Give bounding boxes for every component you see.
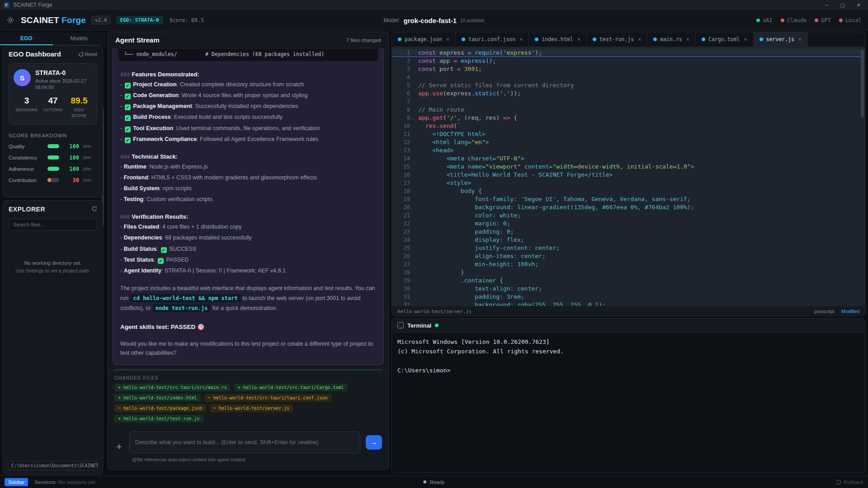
code-token: <html lang= bbox=[432, 139, 471, 145]
code-token: display: flex; bbox=[475, 236, 524, 243]
editor-modified-status: Modified bbox=[841, 309, 859, 314]
editor-tab-tauri.conf.json[interactable]: tauri.conf.json× bbox=[456, 32, 529, 47]
tab-close-icon[interactable]: × bbox=[638, 36, 641, 42]
search-files-input[interactable] bbox=[9, 219, 97, 230]
tab-close-icon[interactable]: × bbox=[744, 36, 747, 42]
line-number: 6 bbox=[392, 89, 410, 98]
tab-close-icon[interactable]: × bbox=[798, 36, 802, 42]
terminal-title: Terminal bbox=[407, 322, 431, 329]
code-token bbox=[418, 155, 447, 162]
terminal-header: ›_ Terminal bbox=[392, 319, 865, 333]
editor-tab-Cargo.toml[interactable]: Cargo.toml× bbox=[696, 32, 753, 47]
line-number: 16 bbox=[392, 171, 410, 179]
unsaved-dot-icon bbox=[653, 38, 657, 41]
code-line-9: 9⌄app.get('/', (req, res) => { bbox=[392, 114, 865, 122]
prompt-input[interactable] bbox=[129, 432, 360, 453]
line-content: justify-content: center; bbox=[416, 244, 560, 252]
provider-indicator-gpt[interactable]: GPT bbox=[815, 17, 831, 23]
maximize-button[interactable]: ▢ bbox=[840, 2, 844, 8]
editor-tab-index.html[interactable]: index.html× bbox=[529, 32, 586, 47]
line-number: 19 bbox=[392, 195, 410, 203]
line-number: 18 bbox=[392, 187, 410, 195]
rollback-button[interactable]: Rollback bbox=[836, 479, 863, 485]
unsaved-dot-icon bbox=[398, 38, 401, 41]
fold-chevron-icon bbox=[410, 146, 416, 155]
code-editor-area[interactable]: 1const express = require('express');2con… bbox=[392, 47, 865, 306]
terminal-line: C:\Users\simon> bbox=[397, 366, 859, 375]
code-line-3: 3const port = 3001; bbox=[392, 65, 865, 73]
minimize-button[interactable]: ─ bbox=[825, 2, 829, 8]
terminal-output[interactable]: Microsoft Windows [Version 10.0.26200.76… bbox=[392, 333, 865, 473]
sidebar-toggle-badge[interactable]: Sidebar bbox=[5, 478, 28, 486]
model-name[interactable]: grok-code-fast-1 bbox=[404, 17, 457, 24]
editor-tab-main.rs[interactable]: main.rs× bbox=[647, 32, 696, 47]
list-dash: - bbox=[120, 196, 124, 202]
breakdown-value: 100 bbox=[64, 166, 79, 172]
list-dash: - bbox=[120, 92, 124, 99]
editor-tab-bar: package.json×tauri.conf.json×index.html×… bbox=[392, 32, 865, 47]
send-button[interactable]: → bbox=[366, 435, 382, 450]
code-line-10: 10 res.send(` bbox=[392, 122, 865, 130]
editor-scrollbar[interactable] bbox=[861, 50, 864, 117]
code-token bbox=[418, 139, 432, 145]
code-token: require bbox=[475, 49, 500, 56]
tab-close-icon[interactable]: × bbox=[519, 36, 523, 42]
provider-indicator-claude[interactable]: Claude bbox=[781, 17, 807, 23]
sidebar-tab-models[interactable]: Models bbox=[53, 33, 106, 45]
list-dash: - bbox=[120, 103, 124, 109]
editor-file-path: hello-world-test/server.js bbox=[397, 309, 472, 314]
changed-file-chip[interactable]: ~ hello-world-test/server.js bbox=[210, 404, 293, 412]
code-token: content= bbox=[521, 163, 552, 170]
skills-test-line: Agent skills test: PASSED bbox=[120, 324, 376, 330]
provider-indicator-local[interactable]: Local bbox=[839, 17, 862, 23]
agent-stream-scroll-area[interactable]: └── node_modules/ # Dependencies (68 pac… bbox=[108, 48, 388, 371]
changed-file-chip[interactable]: ~ hello-world-test/package.json bbox=[114, 404, 206, 412]
fold-chevron-icon bbox=[410, 73, 416, 81]
breakdown-pill bbox=[47, 178, 59, 182]
item-label: Framework Compliance bbox=[133, 136, 197, 142]
line-content: <html lang="en"> bbox=[416, 138, 489, 146]
editor-tab-server.js[interactable]: server.js× bbox=[754, 32, 808, 47]
reset-button[interactable]: Reset bbox=[78, 52, 97, 57]
changed-file-chip[interactable]: + hello-world-test/test-run.js bbox=[114, 415, 203, 422]
editor-tab-test-run.js[interactable]: test-run.js× bbox=[587, 32, 647, 47]
changed-file-chip[interactable]: + hello-world-test/index.html bbox=[114, 394, 201, 402]
code-token: (); bbox=[486, 57, 496, 64]
item-label: Dependencies bbox=[124, 235, 162, 241]
agent-name: STRATA-0 bbox=[35, 69, 92, 76]
tab-close-icon[interactable]: × bbox=[686, 36, 689, 42]
code-token: <title>Hello World Test - SCAINET Forge<… bbox=[447, 171, 613, 178]
tab-close-icon[interactable]: × bbox=[446, 36, 449, 42]
provider-indicator-xai[interactable]: xAI bbox=[756, 17, 773, 23]
sidebar-tab-ego[interactable]: EGO bbox=[0, 33, 53, 45]
provider-status-list: xAIClaudeGPTLocal bbox=[756, 17, 862, 23]
code-token: )); bbox=[510, 90, 521, 97]
changed-file-chip[interactable]: + hello-world-test/src-tauri/Cargo.toml bbox=[234, 384, 348, 391]
verify-item: - Files Created: 4 core files + 1 distri… bbox=[120, 223, 376, 231]
editor-tab-label: test-run.js bbox=[599, 36, 634, 42]
breakdown-row-adherence: Adherence10020% bbox=[9, 166, 97, 172]
refresh-icon[interactable] bbox=[92, 205, 97, 213]
editor-tab-label: index.html bbox=[542, 36, 573, 42]
code-token bbox=[418, 293, 475, 300]
code-token: <meta name= bbox=[447, 163, 486, 170]
tab-close-icon[interactable]: × bbox=[577, 36, 580, 42]
editor-tab-package.json[interactable]: package.json× bbox=[392, 32, 456, 47]
code-token bbox=[418, 204, 475, 211]
changed-file-chip[interactable]: ~ hello-world-test/src-tauri/tauri.conf.… bbox=[204, 394, 331, 402]
check-icon: ✓ bbox=[158, 258, 164, 264]
changed-file-chip[interactable]: + hello-world-test/src-tauri/src/main.rs bbox=[114, 384, 231, 391]
attach-plus-button[interactable]: + bbox=[114, 441, 124, 453]
code-line-5: 5// Serve static files from current dire… bbox=[392, 81, 865, 89]
code-token: '/' bbox=[447, 114, 457, 121]
terminal-panel: ›_ Terminal Microsoft Windows [Version 1… bbox=[392, 318, 865, 473]
item-label: Build Status bbox=[124, 246, 157, 252]
item-label: Package Management bbox=[133, 103, 192, 109]
settings-gear-icon[interactable] bbox=[6, 16, 15, 25]
provider-status-dot bbox=[756, 19, 760, 22]
close-button[interactable]: ✕ bbox=[857, 2, 861, 8]
code-line-24: 24 display: flex; bbox=[392, 236, 865, 244]
code-token: app.use bbox=[418, 90, 443, 97]
code-line-14: 14 <meta charset="UTF-8"> bbox=[392, 155, 865, 163]
code-token: ( bbox=[443, 114, 447, 121]
